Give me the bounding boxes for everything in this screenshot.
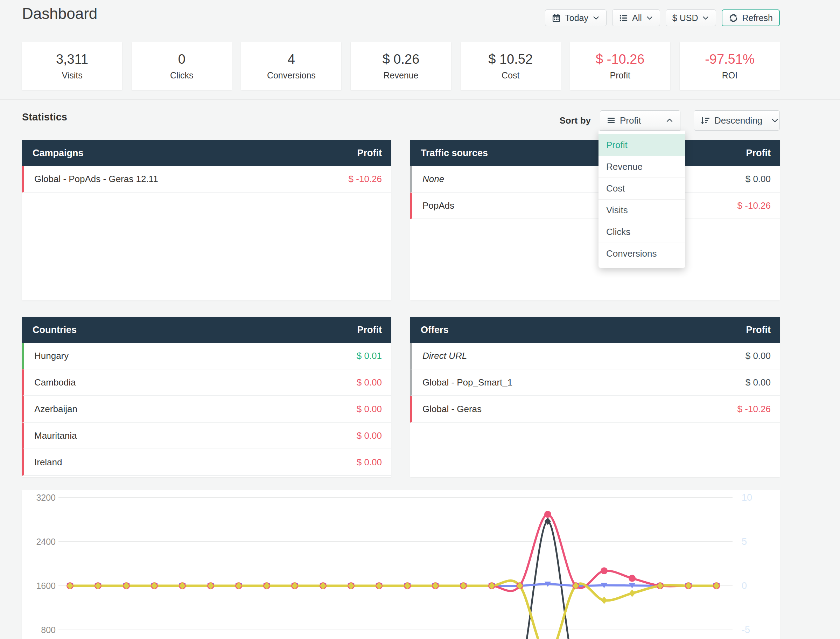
card-label: Cost xyxy=(502,70,519,81)
panel-offers: OffersProfitDirect URL$ 0.00Global - Pop… xyxy=(410,317,780,477)
table-row[interactable]: Direct URL$ 0.00 xyxy=(410,343,780,369)
refresh-icon xyxy=(729,13,738,23)
table-row[interactable]: None$ 0.00 xyxy=(410,166,780,192)
header-controls: TodayAll$ USDRefresh xyxy=(545,10,780,26)
row-label: Hungary xyxy=(34,350,68,361)
table-row[interactable]: Hungary$ 0.01 xyxy=(22,343,391,369)
table-row[interactable]: Ireland$ 0.00 xyxy=(22,449,391,476)
left-axis-tick: 800 xyxy=(41,625,56,635)
table-row[interactable]: Global - PopAds - Geras 12.11$ -10.26 xyxy=(22,166,391,192)
data-point-profit xyxy=(601,597,607,604)
panel-title: Countries xyxy=(33,324,77,335)
panel-body: None$ 0.00PopAds$ -10.26 xyxy=(410,166,780,300)
summary-card-profit: $ -10.26Profit xyxy=(570,42,670,90)
summary-card-roi: -97.51%ROI xyxy=(680,42,780,90)
refresh-button[interactable]: Refresh xyxy=(722,10,780,26)
traffic-timeline-chart: 3200240016008001050-5 xyxy=(22,490,780,639)
currency-button[interactable]: $ USD xyxy=(666,10,716,26)
date-range-button[interactable]: Today xyxy=(545,10,607,26)
sort-order-select[interactable]: Descending xyxy=(694,110,780,130)
row-value: $ 0.00 xyxy=(357,430,382,441)
panel-campaigns: CampaignsProfitGlobal - PopAds - Geras 1… xyxy=(22,140,391,300)
card-value: 0 xyxy=(178,52,186,67)
scope-filter-button[interactable]: All xyxy=(612,10,660,26)
section-divider xyxy=(0,99,840,100)
card-value: 4 xyxy=(288,52,295,67)
refresh-label: Refresh xyxy=(742,13,773,23)
card-value: 3,311 xyxy=(56,52,88,67)
data-point-cost xyxy=(600,567,608,574)
sort-field-select[interactable]: Profit xyxy=(600,110,680,130)
card-label: Visits xyxy=(62,70,82,81)
sort-option-revenue[interactable]: Revenue xyxy=(599,156,685,178)
list-icon xyxy=(619,13,628,23)
statistics-heading: Statistics xyxy=(22,111,67,123)
sort-by-label: Sort by xyxy=(559,115,591,126)
left-axis-tick: 1600 xyxy=(36,581,56,591)
card-label: ROI xyxy=(722,70,737,81)
panel-value-header: Profit xyxy=(357,324,382,335)
row-label: Azerbaijan xyxy=(34,404,77,415)
table-row[interactable]: Mauritania$ 0.00 xyxy=(22,423,391,449)
row-label: Global - Geras xyxy=(422,404,481,415)
row-label: None xyxy=(422,174,444,184)
sort-option-conversions[interactable]: Conversions xyxy=(599,243,685,264)
chevron-down-icon xyxy=(592,14,600,22)
row-value: $ 0.00 xyxy=(357,377,382,388)
row-value: $ 0.00 xyxy=(745,174,771,184)
sort-option-clicks[interactable]: Clicks xyxy=(599,221,685,243)
series-line-cost xyxy=(70,514,716,591)
row-label: Global - PopAds - Geras 12.11 xyxy=(34,174,158,184)
row-value: $ -10.26 xyxy=(737,404,771,415)
summary-card-revenue: $ 0.26Revenue xyxy=(351,42,451,90)
data-point-profit xyxy=(629,590,635,597)
panel-value-header: Profit xyxy=(746,148,771,159)
row-label: Direct URL xyxy=(422,350,467,361)
series-line-visits xyxy=(70,521,716,639)
panel-countries: CountriesProfitHungary$ 0.01Cambodia$ 0.… xyxy=(22,317,391,477)
card-label: Conversions xyxy=(267,70,316,81)
sort-option-visits[interactable]: Visits xyxy=(599,199,685,221)
row-value: $ 0.00 xyxy=(357,457,382,468)
row-value: $ 0.00 xyxy=(357,404,382,415)
chevron-down-icon xyxy=(646,14,653,22)
sort-descending-icon xyxy=(700,116,710,126)
summary-card-cost: $ 10.52Cost xyxy=(460,42,561,90)
card-label: Revenue xyxy=(383,70,418,81)
panel-header: CampaignsProfit xyxy=(22,140,391,166)
page-title: Dashboard xyxy=(22,5,97,22)
right-axis-tick: 10 xyxy=(742,492,752,503)
row-value: $ 0.01 xyxy=(357,350,382,361)
panel-title: Campaigns xyxy=(33,148,84,159)
panel-title: Offers xyxy=(421,324,449,335)
left-axis-tick: 3200 xyxy=(36,493,56,502)
card-label: Profit xyxy=(610,70,630,81)
panel-title: Traffic sources xyxy=(421,148,488,159)
right-axis-tick: 0 xyxy=(742,580,747,591)
bars-icon xyxy=(607,116,616,125)
panel-body: Hungary$ 0.01Cambodia$ 0.00Azerbaijan$ 0… xyxy=(22,343,391,477)
sort-option-cost[interactable]: Cost xyxy=(599,178,685,199)
table-row[interactable]: PopAds$ -10.26 xyxy=(410,192,780,219)
sort-field-value: Profit xyxy=(620,115,641,126)
row-value: $ 0.00 xyxy=(745,377,771,388)
summary-cards: 3,311Visits0Clicks4Conversions$ 0.26Reve… xyxy=(22,42,780,90)
row-label: PopAds xyxy=(422,200,454,211)
panel-traffic-sources: Traffic sourcesProfitNone$ 0.00PopAds$ -… xyxy=(410,140,780,300)
panel-body: Direct URL$ 0.00Global - Pop_Smart_1$ 0.… xyxy=(410,343,780,477)
table-row[interactable]: Global - Pop_Smart_1$ 0.00 xyxy=(410,369,780,396)
row-value: $ -10.26 xyxy=(349,174,382,184)
row-label: Mauritania xyxy=(34,430,77,441)
right-axis-tick: 5 xyxy=(742,536,747,547)
card-value: $ -10.26 xyxy=(596,52,644,67)
row-label: Ireland xyxy=(34,457,62,468)
table-row[interactable]: Global - Geras$ -10.26 xyxy=(410,396,780,423)
chevron-up-icon xyxy=(665,116,674,125)
table-row[interactable]: Cambodia$ 0.00 xyxy=(22,369,391,396)
sort-option-profit[interactable]: Profit xyxy=(599,134,685,156)
panel-value-header: Profit xyxy=(746,324,771,335)
table-row[interactable]: Azerbaijan$ 0.00 xyxy=(22,396,391,423)
card-label: Clicks xyxy=(170,70,194,81)
sort-bar: Sort by Profit Descending xyxy=(559,110,780,130)
row-value: $ 0.00 xyxy=(745,350,771,361)
